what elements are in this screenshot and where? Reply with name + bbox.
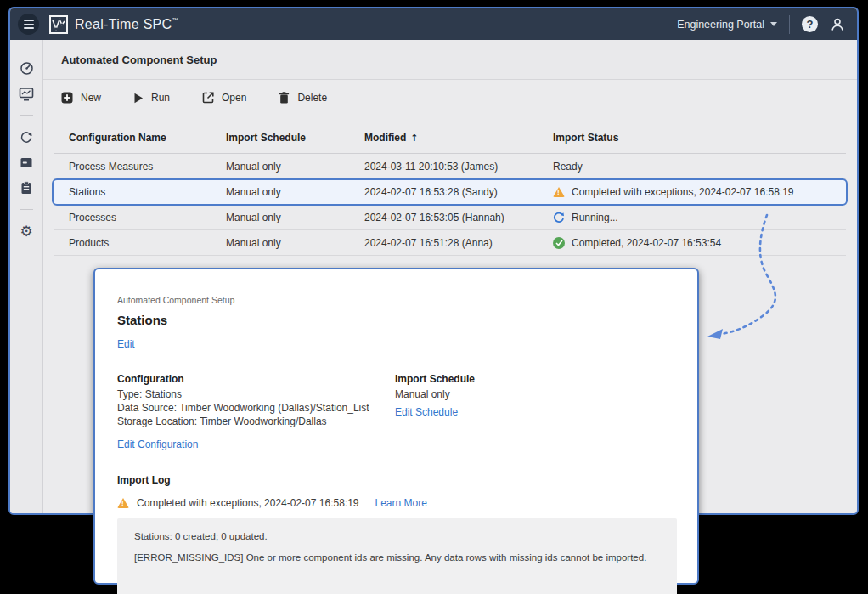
import-log-heading: Import Log [117,474,675,486]
warning-icon [553,187,565,197]
plus-icon [61,92,73,104]
column-header-import-status[interactable]: Import Status [553,132,846,144]
edit-configuration-link[interactable]: Edit Configuration [117,438,198,450]
help-icon[interactable]: ? [802,16,818,32]
success-check-icon [553,237,565,249]
import-schedule-value: Manual only [395,388,475,401]
user-account-icon[interactable] [830,17,845,32]
import-log-output: Stations: 0 created; 0 updated. [ERROR_M… [117,518,677,594]
column-header-configuration-name[interactable]: Configuration Name [69,132,226,144]
running-spinner-icon [553,212,565,223]
configuration-storage-location: Storage Location: Timber Woodworking/Dal… [117,416,395,428]
run-button[interactable]: Run [133,92,170,104]
dashboard-gauge-icon[interactable] [10,55,42,81]
configurations-table: Configuration Name Import Schedule Modif… [54,122,846,256]
import-schedule-section: Import Schedule Manual only Edit Schedul… [395,373,475,451]
app-logo-icon [49,15,68,34]
storage-box-icon[interactable] [10,150,42,175]
play-icon [133,93,144,104]
settings-gear-icon[interactable]: ⚙ [10,218,42,244]
log-line: Stations: 0 created; 0 updated. [134,531,660,541]
import-log-status-text: Completed with exceptions, 2024-02-07 16… [137,497,359,509]
table-row-products[interactable]: Products Manual only 2024-02-07 16:51:28… [54,230,846,256]
chevron-down-icon [770,22,777,26]
open-external-icon [202,92,214,104]
breadcrumb: Automated Component Setup [117,295,675,305]
status-text: Completed with exceptions, 2024-02-07 16… [572,186,794,198]
open-button[interactable]: Open [202,92,246,104]
sync-icon[interactable] [10,124,42,150]
table-row-process-measures[interactable]: Process Measures Manual only 2024-03-11 … [54,154,846,179]
configuration-section: Configuration Type: Stations Data Source… [117,373,395,451]
monitor-chart-icon[interactable] [10,81,42,106]
sort-ascending-icon: ↑ [410,133,418,144]
status-text: Running... [572,212,618,223]
configuration-heading: Configuration [117,373,395,385]
sidebar-divider [20,209,33,210]
new-button[interactable]: New [61,92,101,104]
table-header-row: Configuration Name Import Schedule Modif… [54,122,846,154]
topbar-divider [789,15,790,34]
status-text: Ready [553,161,583,173]
import-schedule-heading: Import Schedule [395,373,475,385]
column-header-import-schedule[interactable]: Import Schedule [226,132,364,144]
clipboard-icon[interactable] [10,175,42,201]
delete-button[interactable]: Delete [279,92,327,104]
configuration-type: Type: Stations [117,388,395,401]
sidebar-divider [20,115,33,116]
warning-icon [117,498,129,508]
table-row-stations-selected[interactable]: Stations Manual only 2024-02-07 16:53:28… [52,178,848,206]
trash-icon [279,92,290,104]
learn-more-link[interactable]: Learn More [375,497,427,509]
column-header-modified[interactable]: Modified↑ [364,132,553,144]
hamburger-menu-icon[interactable] [18,14,39,35]
status-text: Completed, 2024-02-07 16:53:54 [572,237,721,249]
table-row-processes[interactable]: Processes Manual only 2024-02-07 16:53:0… [54,205,846,230]
log-line: [ERROR_MISSING_IDS] One or more componen… [134,552,660,563]
sidebar-nav: ⚙ [10,40,43,513]
stations-detail-panel: Automated Component Setup Stations Edit … [93,268,699,585]
edit-link[interactable]: Edit [117,338,135,350]
portal-dropdown[interactable]: Engineering Portal [677,19,777,31]
edit-schedule-link[interactable]: Edit Schedule [395,406,458,418]
brand-title: Real-Time SPC™ [75,17,178,32]
panel-title: Stations [117,313,675,327]
configuration-data-source: Data Source: Timber Woodworking (Dallas)… [117,402,395,415]
page-title-bar: Automated Component Setup [43,40,857,80]
page-title: Automated Component Setup [61,54,217,66]
portal-dropdown-label: Engineering Portal [677,19,764,31]
import-log-section: Import Log Completed with exceptions, 20… [117,474,675,594]
toolbar: New Run Open [43,80,857,116]
top-bar: Real-Time SPC™ Engineering Portal ? [10,8,857,40]
